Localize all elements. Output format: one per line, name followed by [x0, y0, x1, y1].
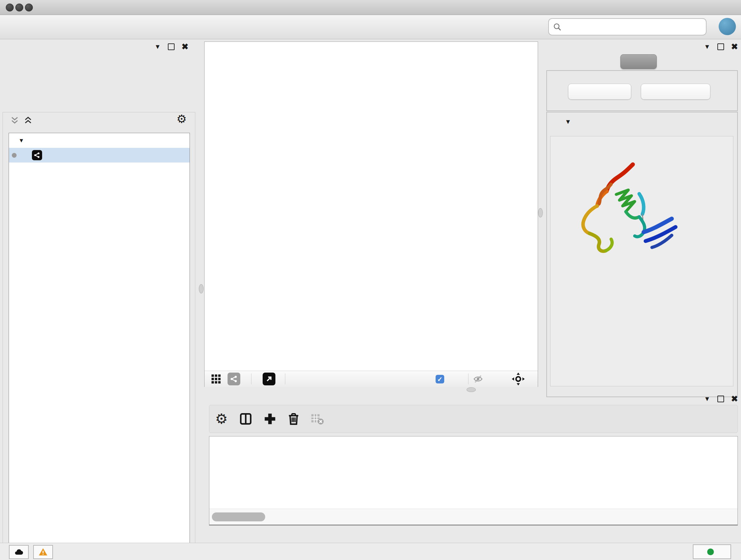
scrollbar-thumb[interactable] [212, 512, 265, 521]
result-details [550, 136, 733, 386]
network-collection-row[interactable]: ▼ [9, 133, 190, 148]
export-view-icon[interactable] [263, 373, 275, 385]
delete-column-icon[interactable] [285, 411, 302, 427]
string-result-section: ▼ [546, 112, 738, 397]
results-panel-close-icon[interactable]: ✖ [731, 43, 738, 51]
window-close-button[interactable] [6, 3, 14, 11]
network-tab-content: ⚙ ▼ [3, 112, 195, 560]
node-table [209, 436, 738, 525]
network-badge-icon [32, 150, 42, 160]
control-panel-close-icon[interactable]: ✖ [182, 43, 189, 51]
network-view-panel: ✓ [204, 42, 538, 387]
table-panel-close-icon[interactable]: ✖ [731, 395, 738, 403]
help-button[interactable] [719, 18, 736, 35]
search-box [548, 18, 706, 36]
table-toolbar: ⚙ [209, 405, 738, 433]
window-minimize-button[interactable] [15, 3, 23, 11]
network-tree: ▼ [9, 133, 190, 560]
collapse-all-icon[interactable] [10, 116, 19, 125]
window-zoom-button[interactable] [25, 3, 33, 11]
results-panel-menu-icon[interactable]: ▼ [704, 43, 711, 51]
cloud-status-button[interactable] [9, 545, 29, 559]
show-columns-icon[interactable] [238, 411, 254, 427]
cloud-icon [14, 547, 23, 557]
network-share-icon[interactable] [227, 373, 240, 385]
expand-all-button[interactable] [568, 84, 631, 100]
selected-checkbox[interactable]: ✓ [435, 375, 444, 383]
control-panel-menu-icon[interactable]: ▼ [154, 43, 161, 51]
control-panel: ▼ ✖ ⚙ ▼ [0, 39, 198, 543]
bottom-splitter-handle[interactable] [467, 387, 476, 392]
table-horizontal-scrollbar[interactable] [209, 509, 738, 525]
table-panel-float-icon[interactable] [718, 395, 724, 402]
network-row-selected[interactable] [9, 148, 190, 163]
search-input[interactable] [565, 20, 703, 33]
tab-string[interactable] [620, 54, 657, 69]
hidden-eye-slash-icon [473, 374, 483, 384]
network-view-toolbar: ✓ [205, 371, 538, 387]
delete-table-icon [309, 411, 326, 427]
network-canvas[interactable] [205, 42, 537, 370]
function-builder-icon [334, 411, 350, 427]
memory-status-dot-icon [707, 549, 714, 555]
expand-all-icon[interactable] [23, 116, 33, 125]
warnings-button[interactable] [33, 545, 53, 559]
table-panel-menu-icon[interactable]: ▼ [704, 395, 711, 402]
network-options-gear-icon[interactable]: ⚙ [177, 113, 187, 125]
main-toolbar [0, 15, 741, 39]
results-panel-float-icon[interactable] [718, 44, 724, 50]
table-gear-icon[interactable]: ⚙ [213, 411, 230, 427]
right-splitter-handle[interactable] [538, 208, 543, 217]
left-splitter-handle[interactable] [199, 284, 204, 294]
protein-structure-image [563, 155, 688, 280]
status-bar [0, 543, 741, 560]
collapse-all-button[interactable] [641, 84, 711, 100]
search-icon [553, 22, 562, 31]
add-column-icon[interactable] [262, 411, 278, 427]
birds-eye-view-icon[interactable] [210, 373, 222, 385]
cytoscape-window: ▼ ✖ ⚙ ▼ [0, 0, 741, 560]
title-bar [0, 0, 741, 15]
result-collapse-icon[interactable]: ▼ [565, 118, 571, 125]
network-status-dot-icon [12, 153, 17, 158]
collection-expand-icon[interactable]: ▼ [18, 137, 24, 144]
memory-button[interactable] [693, 544, 731, 559]
warning-icon [38, 547, 48, 557]
pan-crosshair-icon[interactable] [512, 372, 525, 386]
control-panel-float-icon[interactable] [168, 44, 175, 50]
results-buttons-strip [546, 70, 738, 111]
